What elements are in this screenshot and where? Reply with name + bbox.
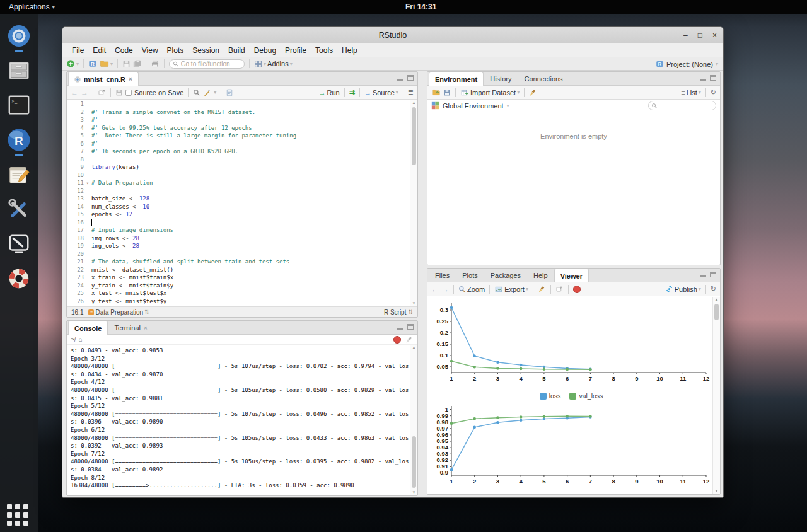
maximize-pane-icon[interactable] <box>710 75 716 81</box>
publish-button[interactable]: Publish ▾ <box>665 285 701 293</box>
source-on-save-checkbox[interactable] <box>125 90 132 96</box>
file-type-selector[interactable]: R Script ⇅ <box>384 309 413 316</box>
save-icon[interactable] <box>115 89 123 96</box>
environment-search[interactable] <box>648 101 716 110</box>
console-scrollbar[interactable]: ▲ ▼ <box>410 345 417 495</box>
project-selector[interactable]: R Project: (None) ▾ <box>656 57 718 71</box>
help-lifesaver-icon[interactable] <box>6 265 32 292</box>
clear-console-broom-icon[interactable] <box>405 336 414 344</box>
console-tab-console[interactable]: Console <box>68 321 108 335</box>
viewer-tab-files[interactable]: Files <box>429 269 456 282</box>
applications-menu[interactable]: Applications ▾ <box>5 0 59 14</box>
menu-view[interactable]: View <box>137 46 163 55</box>
scope-label[interactable]: Global Environment <box>443 102 504 110</box>
remote-viewer-icon[interactable] <box>6 231 32 257</box>
save-button[interactable] <box>122 60 131 68</box>
r-project-icon[interactable]: R <box>6 127 32 153</box>
close-button[interactable]: × <box>712 31 717 40</box>
scrollbar-thumb[interactable] <box>412 107 416 165</box>
find-icon[interactable] <box>193 89 200 96</box>
maximize-pane-icon[interactable] <box>710 272 716 277</box>
chevron-down-icon[interactable]: ▾ <box>214 90 216 95</box>
save-all-button[interactable] <box>133 60 141 68</box>
new-project-button[interactable]: R <box>88 59 97 68</box>
compile-report-icon[interactable] <box>226 89 233 96</box>
legend-item-val_loss[interactable]: val_loss <box>569 392 603 400</box>
zoom-button[interactable]: Zoom <box>458 286 485 293</box>
viewer-tab-packages[interactable]: Packages <box>484 269 527 282</box>
minimize-pane-icon[interactable] <box>397 75 404 81</box>
print-button[interactable] <box>151 60 160 68</box>
maximize-button[interactable]: □ <box>698 31 702 40</box>
legend-item-loss[interactable]: loss <box>540 392 561 400</box>
working-directory[interactable]: ~/ <box>71 336 76 343</box>
maximize-pane-icon[interactable] <box>407 75 414 81</box>
scroll-down-icon[interactable]: ▼ <box>713 489 720 494</box>
console-output[interactable]: s: 0.0493 - val_acc: 0.9853Epoch 3/12480… <box>67 345 410 495</box>
menu-plots[interactable]: Plots <box>163 46 189 55</box>
code-tools-wand-icon[interactable] <box>203 89 211 96</box>
minimize-pane-icon[interactable] <box>700 272 706 277</box>
display-mode-selector[interactable]: ≡ List ▾ <box>681 89 701 96</box>
forward-icon[interactable]: → <box>81 88 88 97</box>
load-workspace-folder-icon[interactable] <box>431 88 441 96</box>
env-tab-environment[interactable]: Environment <box>429 72 484 86</box>
open-in-new-window-icon[interactable] <box>555 286 564 293</box>
env-tab-connections[interactable]: Connections <box>518 72 569 85</box>
console-tab-terminal[interactable]: Terminal× <box>108 321 153 334</box>
viewer-tab-viewer[interactable]: Viewer <box>554 269 589 282</box>
terminal-icon[interactable]: >_ <box>6 92 32 119</box>
menu-code[interactable]: Code <box>110 46 137 55</box>
menu-debug[interactable]: Debug <box>250 46 281 55</box>
loss-chart[interactable]: 0.050.10.150.20.250.3123456789101112loss… <box>430 301 712 400</box>
editor-scrollbar[interactable]: ▲ ▼ <box>410 100 417 306</box>
close-tab-icon[interactable]: × <box>144 325 148 332</box>
back-icon[interactable]: ← <box>431 285 439 294</box>
show-applications-button[interactable] <box>7 504 28 526</box>
viewer-tab-help[interactable]: Help <box>527 269 554 282</box>
env-tab-history[interactable]: History <box>484 72 518 85</box>
menu-build[interactable]: Build <box>224 46 250 55</box>
rerun-icon[interactable]: ⇉ <box>349 88 355 96</box>
accuracy-chart[interactable]: 0.90.910.920.930.940.950.960.970.980.991… <box>430 403 712 495</box>
import-dataset-button[interactable]: Import Dataset ▾ <box>460 89 520 96</box>
goto-file-search[interactable] <box>169 59 245 69</box>
scroll-up-icon[interactable]: ▲ <box>410 345 417 350</box>
save-workspace-icon[interactable] <box>443 89 451 96</box>
menu-tools[interactable]: Tools <box>311 46 337 55</box>
home-icon[interactable]: ⌂ <box>79 336 83 343</box>
open-in-new-window-icon[interactable] <box>98 89 106 96</box>
viewer-scrollbar[interactable]: ▲ ▼ <box>712 297 720 494</box>
scroll-up-icon[interactable]: ▲ <box>410 100 417 106</box>
menu-edit[interactable]: Edit <box>88 46 110 55</box>
refresh-icon[interactable]: ↻ <box>711 285 716 293</box>
scrollbar-thumb[interactable] <box>412 436 416 488</box>
interrupt-button[interactable] <box>393 336 401 344</box>
menu-profile[interactable]: Profile <box>281 46 311 55</box>
file-archiver-icon[interactable] <box>6 57 32 84</box>
tools-icon[interactable] <box>6 196 32 223</box>
section-navigator[interactable]: ≡ Data Preparation ⇅ <box>88 309 149 316</box>
title-bar[interactable]: RStudio – □ × <box>62 27 723 43</box>
tab-mnist-cnn[interactable]: mnist_cnn.R × <box>68 72 139 86</box>
chart-legend[interactable]: lossval_loss <box>430 392 712 400</box>
scroll-down-icon[interactable]: ▼ <box>410 490 417 495</box>
close-tab-icon[interactable]: × <box>129 76 132 83</box>
refresh-icon[interactable]: ↻ <box>711 88 716 96</box>
source-button[interactable]: → Source ▾ <box>364 89 398 96</box>
minimize-pane-icon[interactable] <box>700 75 706 81</box>
forward-icon[interactable]: → <box>441 285 449 294</box>
clear-viewer-broom-icon[interactable] <box>538 286 546 293</box>
run-button[interactable]: → Run <box>319 89 340 96</box>
open-file-button[interactable]: ▾ <box>100 59 113 68</box>
menu-session[interactable]: Session <box>188 46 224 55</box>
clock[interactable]: Fri 14:31 <box>405 3 436 11</box>
chromium-browser-icon[interactable] <box>6 23 32 49</box>
code-editor[interactable]: 12#' Trains a simple convnet on the MNIS… <box>67 100 410 306</box>
minimize-button[interactable]: – <box>683 31 688 40</box>
new-file-button[interactable]: ▾ <box>66 59 79 68</box>
goto-file-input[interactable] <box>181 61 241 67</box>
text-editor-icon[interactable] <box>6 161 32 188</box>
minimize-pane-icon[interactable] <box>397 324 404 330</box>
scroll-down-icon[interactable]: ▼ <box>410 301 417 306</box>
